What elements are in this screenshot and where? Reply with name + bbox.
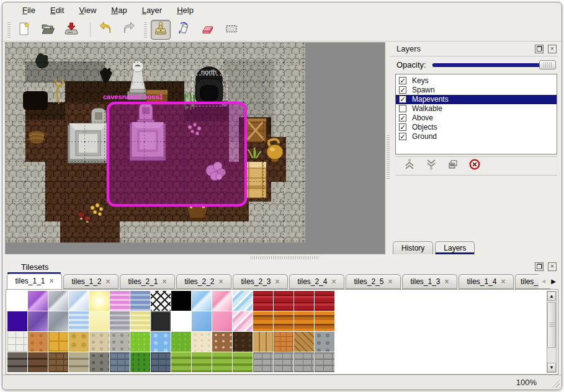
tile[interactable]	[233, 291, 253, 311]
tile[interactable]	[294, 352, 314, 372]
selection-rectangle[interactable]	[108, 103, 246, 205]
tile[interactable]	[28, 291, 48, 311]
tile[interactable]	[212, 352, 232, 372]
tile[interactable]	[7, 291, 27, 311]
tile[interactable]	[130, 332, 150, 352]
tile[interactable]	[110, 291, 130, 311]
splitter-grip[interactable]	[251, 256, 319, 259]
layer-visibility-checkbox[interactable]: ✓	[399, 114, 406, 122]
tile[interactable]	[274, 291, 293, 311]
tile[interactable]	[212, 291, 232, 311]
layer-move-up-button[interactable]	[403, 159, 416, 172]
layer-visibility-checkbox[interactable]: ✓	[399, 123, 406, 131]
layer-row-keys[interactable]: ✓Keys	[396, 76, 557, 86]
save-tool-button[interactable]	[61, 20, 81, 40]
tile[interactable]	[7, 352, 27, 372]
stamp-tool-button[interactable]	[151, 20, 171, 40]
new-tool-button[interactable]	[14, 20, 34, 40]
tile[interactable]	[253, 352, 273, 372]
tile[interactable]	[233, 352, 253, 372]
tile[interactable]	[69, 311, 89, 331]
redo-tool-button[interactable]	[119, 20, 139, 40]
tile[interactable]	[315, 311, 334, 331]
toolbar-drag-handle[interactable]	[144, 22, 147, 38]
tile[interactable]	[48, 352, 68, 372]
tile[interactable]	[89, 332, 109, 352]
tile[interactable]	[212, 311, 232, 331]
tileset-tab-tiles_2_5[interactable]: tiles_2_5×	[346, 274, 401, 289]
layer-delete-button[interactable]	[468, 159, 481, 172]
scroll-tabs-right-icon[interactable]: ▶	[548, 274, 558, 288]
eraser-tool-button[interactable]	[198, 20, 218, 40]
layer-visibility-checkbox[interactable]: ✓	[399, 96, 406, 103]
layer-row-mapevents[interactable]: ✓Mapevents	[396, 95, 557, 104]
tile[interactable]	[274, 332, 293, 352]
menu-item-layer[interactable]: Layer	[136, 4, 169, 17]
layer-row-spawn[interactable]: ✓Spawn	[396, 86, 557, 95]
tileset-scrollbar[interactable]: ▲ ▼	[547, 291, 557, 373]
tile[interactable]	[315, 352, 334, 372]
tile[interactable]	[171, 291, 191, 311]
tile[interactable]	[294, 332, 314, 352]
tile[interactable]	[151, 332, 171, 352]
tile[interactable]	[110, 332, 130, 352]
tileset-view[interactable]: ▲ ▼	[6, 290, 558, 375]
tile[interactable]	[253, 332, 273, 352]
tile[interactable]	[192, 311, 212, 331]
dock-tab-layers[interactable]: Layers	[435, 241, 475, 254]
tile[interactable]	[89, 311, 109, 331]
layer-visibility-checkbox[interactable]: ✓	[399, 86, 406, 94]
select-rect-tool-button[interactable]	[222, 20, 241, 40]
tileset-tab-tiles_2_2[interactable]: tiles_2_2×	[176, 274, 231, 289]
float-panel-icon[interactable]	[535, 262, 544, 271]
close-panel-icon[interactable]: ×	[548, 45, 557, 53]
tile[interactable]	[253, 291, 273, 311]
close-panel-icon[interactable]: ×	[548, 262, 557, 271]
tile[interactable]	[48, 332, 68, 352]
tileset-tab-tiles_1_4[interactable]: tiles_1_4×	[459, 274, 514, 289]
tile[interactable]	[89, 291, 109, 311]
dock-tab-history[interactable]: History	[393, 241, 433, 254]
layer-visibility-checkbox[interactable]: ✓	[399, 77, 406, 84]
scroll-up-icon[interactable]: ▲	[547, 292, 556, 301]
tile[interactable]	[315, 332, 334, 352]
opacity-slider-track[interactable]	[432, 63, 555, 67]
menu-item-map[interactable]: Map	[105, 4, 133, 17]
layer-visibility-checkbox[interactable]	[399, 105, 406, 112]
close-tab-icon[interactable]: ×	[163, 277, 167, 286]
tile[interactable]	[253, 311, 273, 331]
tile[interactable]	[233, 332, 253, 352]
tile[interactable]	[130, 311, 150, 331]
tile[interactable]	[130, 352, 150, 372]
scroll-down-icon[interactable]: ▼	[547, 363, 556, 372]
tileset-tab-tiles_1_2[interactable]: tiles_1_2×	[63, 274, 119, 289]
close-tab-icon[interactable]: ×	[219, 277, 223, 286]
layer-row-objects[interactable]: ✓Objects	[396, 123, 557, 132]
tile[interactable]	[315, 291, 334, 311]
tile[interactable]	[7, 332, 27, 352]
tile[interactable]	[7, 311, 27, 331]
close-tab-icon[interactable]: ×	[445, 277, 449, 286]
close-tab-icon[interactable]: ×	[332, 277, 336, 286]
close-tab-icon[interactable]: ×	[106, 277, 110, 286]
layer-duplicate-button[interactable]	[446, 159, 460, 172]
tileset-tab-tiles_2_4[interactable]: tiles_2_4×	[289, 274, 344, 289]
tile[interactable]	[151, 352, 171, 372]
tile[interactable]	[48, 291, 68, 311]
tile[interactable]	[294, 291, 314, 311]
opacity-slider[interactable]	[432, 60, 556, 70]
tile[interactable]	[28, 332, 48, 352]
vertical-splitter[interactable]	[385, 42, 391, 254]
menu-item-file[interactable]: File	[16, 4, 42, 17]
tile[interactable]	[69, 291, 89, 311]
tile[interactable]	[89, 352, 109, 372]
tile[interactable]	[110, 311, 130, 331]
menu-item-view[interactable]: View	[73, 4, 102, 17]
close-tab-icon[interactable]: ×	[275, 277, 280, 286]
opacity-slider-handle[interactable]	[539, 60, 556, 69]
scrollbar-thumb[interactable]	[547, 302, 556, 348]
tile[interactable]	[69, 332, 89, 352]
tileset-tab-tiles_1_1[interactable]: tiles_1_1×	[7, 274, 62, 289]
tile[interactable]	[192, 352, 212, 372]
layer-visibility-checkbox[interactable]: ✓	[399, 133, 406, 140]
